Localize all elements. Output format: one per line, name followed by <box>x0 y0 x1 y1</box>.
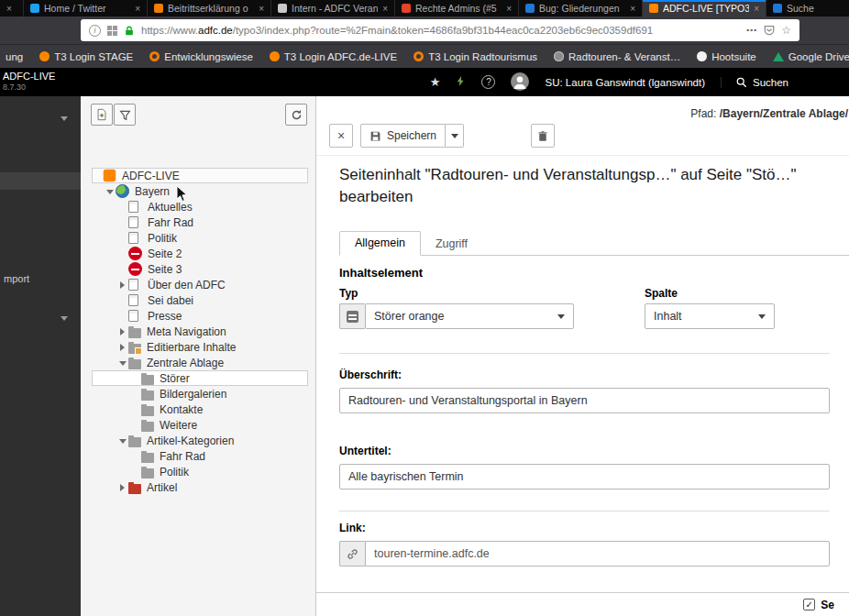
collapse-arrow-icon[interactable] <box>118 434 128 447</box>
tree-node[interactable]: Störer <box>92 370 308 386</box>
tree-node[interactable]: Seite 2 <box>92 246 308 261</box>
expand-arrow-icon[interactable] <box>118 278 128 292</box>
tree-node[interactable]: Weitere <box>92 417 308 433</box>
tree-node[interactable]: Artikel <box>92 479 308 495</box>
tree-node[interactable]: Aktuelles <box>92 199 308 214</box>
help-icon[interactable]: ? <box>481 75 495 89</box>
chevron-down-icon[interactable] <box>61 316 68 321</box>
browser-tab-strip: ×Home / Twitter×Beitrittserklärung o×Int… <box>0 0 849 16</box>
bookmark-label: Radtouren- & Veranst… <box>568 51 680 62</box>
tree-node[interactable]: Artikel-Kategorien <box>92 433 308 448</box>
browser-tab[interactable]: Suche <box>766 0 849 16</box>
tab-close-icon[interactable]: × <box>135 4 140 14</box>
filter-button[interactable] <box>114 104 136 126</box>
bookmark-item[interactable]: Entwicklungswiese <box>149 51 253 62</box>
bookmark-item[interactable]: T3 Login ADFC.de-LIVE <box>270 51 397 62</box>
browser-tab[interactable]: × <box>0 0 24 16</box>
permissions-icon[interactable] <box>107 26 117 36</box>
browser-tab[interactable]: Rechte Admins (#5× <box>395 0 519 16</box>
tree-node[interactable]: Fahr Rad <box>92 448 308 464</box>
url-input[interactable]: i https://www.adfc.de/typo3/index.php?ro… <box>81 19 799 41</box>
bookmark-item[interactable]: Radtouren- & Veranst… <box>554 51 680 62</box>
footer-checkbox-label[interactable]: Se <box>821 599 834 611</box>
tree-node[interactable]: Politik <box>92 464 308 479</box>
expand-arrow-icon[interactable] <box>118 340 128 354</box>
typ-select[interactable]: Störer orange <box>365 303 574 329</box>
hidden-icon <box>128 247 142 260</box>
browser-tab[interactable]: ADFC-LIVE [TYPO3× <box>643 0 766 16</box>
tree-node[interactable]: Politik <box>92 230 308 246</box>
page-actions-icon[interactable]: ⋯ <box>746 24 758 37</box>
tree-node[interactable]: Zentrale Ablage <box>92 355 308 370</box>
bookmarks-toolbar-icon[interactable]: ★ <box>430 75 441 89</box>
tree-node-label: Fahr Rad <box>158 450 205 463</box>
tab-favicon <box>649 4 658 13</box>
tree-node[interactable]: Über den ADFC <box>92 277 308 292</box>
bookmark-star-icon[interactable]: ☆ <box>781 24 791 37</box>
delete-button[interactable] <box>531 124 555 148</box>
tree-node[interactable]: Editierbare Inhalte <box>92 339 308 355</box>
tree-node[interactable]: Meta Navigation <box>92 324 308 339</box>
tree-node[interactable]: Kontakte <box>92 402 308 417</box>
tree-node[interactable]: Presse <box>92 308 308 324</box>
collapse-arrow-icon[interactable] <box>118 356 128 369</box>
expand-arrow-icon[interactable] <box>118 480 128 494</box>
username-menu[interactable]: SU: Laura Ganswindt (lganswindt) <box>545 77 705 88</box>
bookmark-label: T3 Login STAGE <box>54 51 133 62</box>
expand-arrow-icon[interactable] <box>118 324 128 338</box>
tree-node-label: Bildergalerien <box>158 388 226 401</box>
tree-node[interactable]: Bildergalerien <box>92 386 308 402</box>
bookmark-item[interactable]: ung <box>6 51 23 62</box>
bookmark-item[interactable]: T3 Login STAGE <box>39 51 133 62</box>
tab-close-icon[interactable]: × <box>754 4 759 14</box>
tab-close-icon[interactable]: × <box>506 4 512 14</box>
tree-node[interactable]: Fahr Rad <box>92 214 308 230</box>
clear-cache-icon[interactable] <box>456 74 466 90</box>
toolbar-search[interactable]: Suchen <box>721 77 788 88</box>
pocket-icon[interactable] <box>764 25 775 36</box>
browser-tab[interactable]: Beitrittserklärung o× <box>148 0 271 16</box>
tree-node[interactable]: Seite 3 <box>92 261 308 277</box>
tab-zugriff[interactable]: Zugriff <box>421 233 482 256</box>
refresh-button[interactable] <box>285 104 307 126</box>
tree-node[interactable]: Bayern <box>92 183 308 199</box>
bookmark-item[interactable]: T3 Login Radtourismus <box>413 51 537 62</box>
module-item-import[interactable]: mport <box>4 273 29 284</box>
new-page-button[interactable] <box>91 104 113 126</box>
tree-indent <box>118 215 128 229</box>
typo3-version: 8.7.30 <box>3 82 55 93</box>
bookmark-favicon <box>554 51 564 61</box>
link-input[interactable] <box>365 541 830 566</box>
module-group-header[interactable] <box>0 172 81 190</box>
page-tree: ADFC-LIVEBayernAktuellesFahr RadPolitikS… <box>81 168 315 495</box>
tab-close-icon[interactable]: × <box>6 4 12 14</box>
browser-tab[interactable]: Home / Twitter× <box>24 0 148 16</box>
save-button[interactable]: Speichern <box>360 124 446 148</box>
folder-icon <box>141 468 154 478</box>
info-icon[interactable]: i <box>89 25 101 37</box>
chevron-down-icon[interactable] <box>61 116 68 121</box>
tree-node[interactable]: Sei dabei <box>92 292 308 308</box>
url-text[interactable]: https://www.adfc.de/typo3/index.php?rout… <box>141 25 740 36</box>
spalte-select[interactable]: Inhalt <box>645 303 775 329</box>
tab-allgemein[interactable]: Allgemein <box>339 231 421 256</box>
typo3-sitename: ADFC-LIVE 8.7.30 <box>3 71 55 93</box>
tree-node[interactable]: ADFC-LIVE <box>92 168 308 183</box>
tab-close-icon[interactable]: × <box>259 4 264 14</box>
browser-tab[interactable]: Intern - ADFC Veranstal× <box>271 0 395 16</box>
tab-close-icon[interactable]: × <box>630 4 635 14</box>
untertitel-input[interactable] <box>339 464 830 490</box>
close-button[interactable]: × <box>329 124 353 148</box>
lock-icon[interactable] <box>124 25 135 37</box>
bookmark-item[interactable]: Hootsuite <box>697 51 756 62</box>
collapse-arrow-icon[interactable] <box>105 184 116 198</box>
tab-close-icon[interactable]: × <box>382 4 388 14</box>
checkbox-icon[interactable]: ✓ <box>803 599 815 610</box>
avatar[interactable] <box>511 72 529 93</box>
bookmark-item[interactable]: Google Drive - Zugriff… <box>773 51 849 62</box>
spalte-select-group: Inhalt <box>645 303 775 329</box>
folder-red-icon <box>128 484 141 494</box>
save-dropdown-toggle[interactable] <box>446 124 464 148</box>
ueberschrift-input[interactable] <box>339 388 830 413</box>
browser-tab[interactable]: Bug: Gliederungen× <box>519 0 643 16</box>
